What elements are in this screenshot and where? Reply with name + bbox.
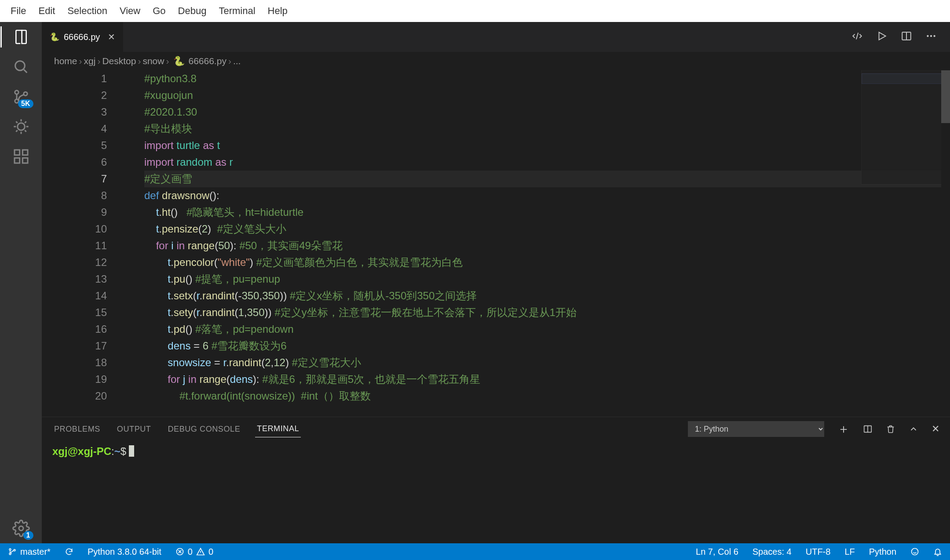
search-icon[interactable] (11, 57, 31, 76)
menu-debug[interactable]: Debug (172, 3, 213, 19)
line-number: 8 (42, 187, 107, 204)
code-content[interactable]: #python3.8#xuguojun#2020.1.30#导出模块import… (144, 70, 950, 404)
scrollbar-thumb[interactable] (941, 70, 950, 123)
code-line[interactable]: t.pu() #提笔，pu=penup (144, 271, 950, 287)
minimap[interactable] (861, 70, 945, 185)
code-token: range (199, 373, 226, 385)
status-branch[interactable]: master* (5, 547, 53, 557)
code-line[interactable]: #t.forward(int(snowsize)) #int（）取整数 (144, 388, 950, 404)
code-line[interactable]: #python3.8 (144, 70, 950, 87)
code-token: () (185, 273, 195, 285)
code-token (144, 340, 168, 352)
code-token: 350 (262, 290, 280, 302)
code-line[interactable]: t.sety(r.randint(1,350)) #定义y坐标，注意雪花一般在地… (144, 304, 950, 321)
menu-help[interactable]: Help (262, 3, 294, 19)
code-token: ) (285, 356, 292, 368)
status-eol[interactable]: LF (842, 547, 857, 557)
code-line[interactable]: #2020.1.30 (144, 104, 950, 120)
tab-filename: 66666.py (64, 32, 100, 42)
code-line[interactable]: for j in range(dens): #就是6，那就是画5次，也就是一个雪… (144, 371, 950, 388)
code-token: ) (208, 223, 217, 235)
code-line[interactable]: import turtle as t (144, 137, 950, 154)
new-terminal-icon[interactable]: ＋ (837, 421, 850, 437)
line-number: 15 (42, 304, 107, 321)
code-line[interactable]: t.pencolor("white") #定义画笔颜色为白色，其实就是雪花为白色 (144, 254, 950, 271)
code-line[interactable]: #定义画雪 (144, 171, 950, 187)
split-terminal-icon[interactable] (863, 424, 873, 434)
code-line[interactable]: t.pd() #落笔，pd=pendown (144, 321, 950, 338)
line-number-gutter: 1234567891011121314151617181920 (42, 70, 125, 404)
kill-terminal-icon[interactable] (886, 424, 895, 434)
breadcrumb-seg[interactable]: home (54, 56, 77, 66)
status-feedback-icon[interactable] (908, 547, 922, 556)
chevron-right-icon: › (97, 56, 100, 66)
code-line[interactable]: snowsize = r.randint(2,12) #定义雪花大小 (144, 354, 950, 371)
panel-tab-problems[interactable]: PROBLEMS (52, 421, 102, 437)
menu-terminal[interactable]: Terminal (212, 3, 261, 19)
menu-edit[interactable]: Edit (32, 3, 61, 19)
code-token: ( (261, 356, 265, 368)
menu-selection[interactable]: Selection (61, 3, 113, 19)
terminal-selector[interactable]: 1: Python (688, 421, 824, 437)
status-problems[interactable]: 0 0 (173, 547, 216, 557)
code-line[interactable]: import random as r (144, 154, 950, 171)
status-notifications-icon[interactable] (931, 547, 945, 556)
code-token: . (159, 206, 162, 218)
menu-file[interactable]: File (4, 3, 32, 19)
status-sync-icon[interactable] (62, 547, 76, 556)
code-line[interactable]: t.ht() #隐藏笔头，ht=hideturtle (144, 204, 950, 221)
code-token (144, 206, 156, 218)
line-number: 11 (42, 237, 107, 254)
run-icon[interactable] (876, 30, 888, 44)
status-python-env[interactable]: Python 3.8.0 64-bit (85, 547, 164, 557)
panel-tab-terminal[interactable]: TERMINAL (255, 421, 301, 437)
breadcrumb[interactable]: home› xgj› Desktop› snow› 🐍 66666.py› ..… (42, 52, 950, 70)
code-line[interactable]: #导出模块 (144, 120, 950, 137)
status-encoding[interactable]: UTF-8 (803, 547, 833, 557)
breadcrumb-seg[interactable]: ... (233, 56, 241, 66)
settings-gear-icon[interactable]: 1 (11, 519, 31, 538)
code-token: randint (202, 306, 234, 318)
code-line[interactable]: for i in range(50): #50，其实画49朵雪花 (144, 237, 950, 254)
source-control-icon[interactable]: 5K (11, 87, 31, 106)
status-language-label: Python (869, 547, 896, 557)
status-lncol[interactable]: Ln 7, Col 6 (693, 547, 741, 557)
debug-icon[interactable] (11, 117, 31, 136)
more-actions-icon[interactable] (925, 30, 937, 44)
maximize-panel-icon[interactable] (909, 424, 918, 434)
explorer-icon[interactable] (11, 27, 31, 47)
code-line[interactable]: #xuguojun (144, 87, 950, 104)
code-line[interactable]: dens = 6 #雪花瓣数设为6 (144, 338, 950, 354)
menu-view[interactable]: View (113, 3, 146, 19)
terminal-body[interactable]: xgj@xgj-PC:~$ (42, 441, 950, 543)
breadcrumb-seg[interactable]: 66666.py (188, 56, 226, 66)
vertical-scrollbar[interactable] (941, 70, 950, 417)
code-line[interactable]: def drawsnow(): (144, 187, 950, 204)
code-token: pencolor (174, 256, 214, 268)
code-token (144, 256, 168, 268)
compare-changes-icon[interactable] (851, 30, 863, 44)
code-editor[interactable]: 1234567891011121314151617181920 #python3… (42, 70, 950, 417)
line-number: 17 (42, 338, 107, 354)
code-token: #50，其实画49朵雪花 (239, 240, 343, 251)
code-token: #定义雪花大小 (292, 356, 361, 368)
code-line[interactable]: t.pensize(2) #定义笔头大小 (144, 221, 950, 237)
panel-tab-output[interactable]: OUTPUT (115, 421, 153, 437)
svg-rect-7 (22, 158, 28, 163)
extensions-icon[interactable] (11, 147, 31, 166)
tab-close-icon[interactable]: ✕ (108, 32, 115, 42)
menu-go[interactable]: Go (146, 3, 172, 19)
close-panel-icon[interactable]: ✕ (932, 423, 939, 435)
breadcrumb-seg[interactable]: snow (142, 56, 164, 66)
code-line[interactable]: t.setx(r.randint(-350,350)) #定义x坐标，随机从-3… (144, 287, 950, 304)
split-editor-icon[interactable] (901, 30, 912, 44)
status-spaces[interactable]: Spaces: 4 (750, 547, 794, 557)
code-token: ( (193, 290, 197, 302)
tab-file[interactable]: 🐍 66666.py ✕ (42, 22, 124, 52)
code-token (144, 373, 168, 385)
breadcrumb-seg[interactable]: Desktop (102, 56, 136, 66)
status-eol-label: LF (844, 547, 855, 557)
panel-tab-debugconsole[interactable]: DEBUG CONSOLE (166, 421, 242, 437)
breadcrumb-seg[interactable]: xgj (84, 56, 96, 66)
status-language[interactable]: Python (866, 547, 899, 557)
